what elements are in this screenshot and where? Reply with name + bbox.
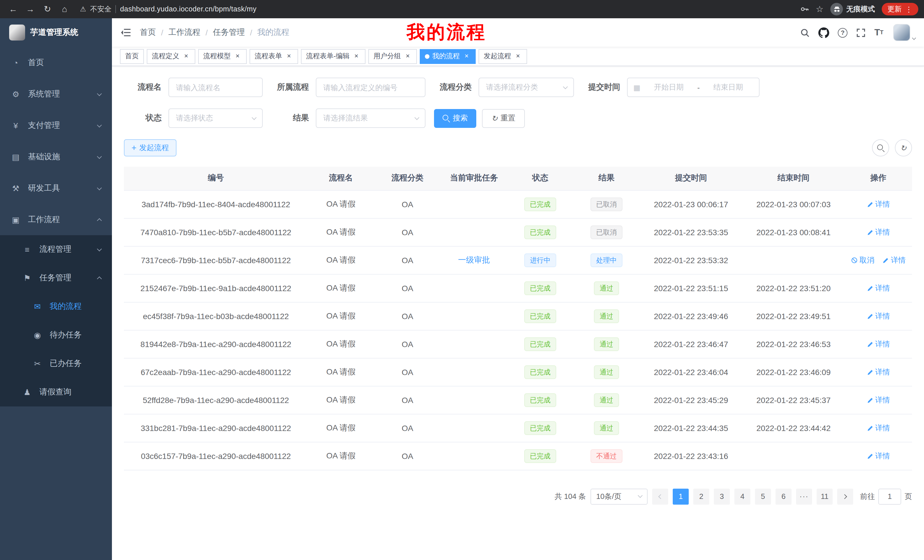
goto-page-input[interactable] xyxy=(878,488,901,505)
forward-icon[interactable]: → xyxy=(23,2,38,16)
home-icon[interactable]: ⌂ xyxy=(57,2,72,16)
close-icon[interactable] xyxy=(285,52,293,60)
github-icon[interactable] xyxy=(818,27,829,38)
end-date-placeholder[interactable]: 结束日期 xyxy=(703,82,753,93)
avatar[interactable] xyxy=(893,24,910,41)
fullscreen-icon[interactable] xyxy=(856,28,866,37)
detail-link[interactable]: 详情 xyxy=(867,227,890,237)
address-bar[interactable]: 不安全 dashboard.yudao.iocoder.cn/bpm/task/… xyxy=(80,2,792,16)
column-header: 流程名 xyxy=(308,167,374,190)
close-icon[interactable] xyxy=(234,52,242,60)
start-date-placeholder[interactable]: 开始日期 xyxy=(644,82,694,93)
sidebar-menu-item[interactable]: ✂ 已办任务 xyxy=(0,349,112,378)
result-select[interactable]: 请选择流结果 xyxy=(316,108,426,128)
update-button[interactable]: 更新 xyxy=(882,3,918,15)
filter-category: 流程分类 请选择流程分类 xyxy=(434,78,574,97)
bookmark-star-icon[interactable] xyxy=(816,4,824,14)
back-icon[interactable]: ← xyxy=(6,2,21,16)
detail-link[interactable]: 详情 xyxy=(867,451,890,461)
detail-link[interactable]: 详情 xyxy=(867,199,890,209)
sidebar-menu-item[interactable]: ⚒ 研发工具 xyxy=(0,172,112,204)
page-number-button[interactable]: 2 xyxy=(693,488,709,505)
view-tab[interactable]: 我的流程 xyxy=(420,49,476,64)
process-name-input[interactable] xyxy=(168,78,263,97)
user-menu[interactable] xyxy=(893,24,915,41)
view-tab[interactable]: 首页 xyxy=(120,49,144,64)
infrastructure-icon: ▤ xyxy=(11,152,21,161)
page-number-button[interactable]: 6 xyxy=(776,488,792,505)
submit-time: 2022-01-22 23:43:16 xyxy=(654,451,728,460)
menu-kebab-icon[interactable] xyxy=(905,5,913,13)
view-tab[interactable]: 流程表单-编辑 xyxy=(301,49,366,64)
detail-link[interactable]: 详情 xyxy=(867,283,890,293)
reload-icon[interactable]: ↻ xyxy=(40,2,55,16)
close-icon[interactable] xyxy=(182,52,190,60)
cancel-link[interactable]: 取消 xyxy=(851,255,874,265)
key-icon[interactable] xyxy=(800,4,809,14)
column-header: 流程分类 xyxy=(374,167,441,190)
close-icon[interactable] xyxy=(514,52,522,60)
search-icon[interactable] xyxy=(800,28,810,37)
detail-link[interactable]: 详情 xyxy=(882,255,906,265)
sidebar-menu-item[interactable]: ▣ 工作流程 xyxy=(0,204,112,235)
page-number-button[interactable]: 5 xyxy=(755,488,771,505)
sidebar-menu-item[interactable]: ◔ 首页 xyxy=(0,47,112,78)
detail-link[interactable]: 详情 xyxy=(867,339,890,349)
sidebar-menu-item[interactable]: ⚙ 系统管理 xyxy=(0,78,112,109)
close-icon[interactable] xyxy=(463,52,471,60)
refresh-icon xyxy=(491,114,498,123)
toggle-search-button[interactable] xyxy=(872,139,889,156)
sidebar-menu-item[interactable]: ⚑ 任务管理 xyxy=(0,264,112,292)
view-tab[interactable]: 流程模型 xyxy=(198,49,247,64)
sidebar-menu-item[interactable]: ≡ 流程管理 xyxy=(0,235,112,264)
breadcrumb-item[interactable]: 工作流程/ xyxy=(168,27,213,38)
process-id: 67c2eaab-7b9a-11ec-a290-acde48001122 xyxy=(141,367,291,376)
status-select[interactable]: 请选择状态 xyxy=(168,108,263,128)
font-size-icon[interactable]: TT xyxy=(874,28,884,37)
sidebar-menu-item[interactable]: ✉ 我的流程 xyxy=(0,292,112,321)
sidebar-menu-item[interactable]: ♟ 请假查询 xyxy=(0,378,112,406)
detail-link[interactable]: 详情 xyxy=(867,367,890,377)
create-process-button[interactable]: 发起流程 xyxy=(124,139,177,156)
table-body: 3ad174fb-7b9d-11ec-8404-acde48001122 OA … xyxy=(124,190,912,470)
breadcrumb-item[interactable]: 首页/ xyxy=(140,27,168,38)
status-badge: 已完成 xyxy=(524,365,556,379)
process-def-input[interactable] xyxy=(316,78,426,97)
page-size-select[interactable]: 10条/页 xyxy=(591,488,648,505)
detail-link[interactable]: 详情 xyxy=(867,395,890,405)
next-page-button[interactable] xyxy=(837,488,853,505)
date-range-picker[interactable]: 开始日期 - 结束日期 xyxy=(627,78,759,97)
page-number-button[interactable]: ··· xyxy=(796,488,812,505)
view-tab[interactable]: 流程定义 xyxy=(147,49,195,64)
hamburger-fold-icon[interactable] xyxy=(120,27,131,38)
page-number-button[interactable]: 3 xyxy=(714,488,730,505)
category-select[interactable]: 请选择流程分类 xyxy=(478,78,574,97)
search-button[interactable]: 搜索 xyxy=(434,109,476,127)
process-name: OA 请假 xyxy=(326,395,356,404)
breadcrumb-item[interactable]: 我的流程 xyxy=(257,27,289,38)
view-tab[interactable]: 流程表单 xyxy=(249,49,298,64)
refresh-table-button[interactable] xyxy=(895,139,912,156)
page-number-button[interactable]: 4 xyxy=(734,488,750,505)
close-icon[interactable] xyxy=(352,52,360,60)
filter-result: 结果 请选择流结果 xyxy=(271,108,426,128)
process-name: OA 请假 xyxy=(326,367,356,376)
current-task-link[interactable]: 一级审批 xyxy=(458,255,490,264)
process-id: 7317cec6-7b9b-11ec-b5b7-acde48001122 xyxy=(141,256,291,265)
breadcrumb-item[interactable]: 任务管理/ xyxy=(213,27,258,38)
page-number-button[interactable]: 1 xyxy=(673,488,689,505)
detail-link[interactable]: 详情 xyxy=(867,423,890,433)
reset-button[interactable]: 重置 xyxy=(482,109,525,127)
help-icon[interactable]: ? xyxy=(838,28,848,37)
view-tab[interactable]: 用户分组 xyxy=(368,49,417,64)
result-badge: 通过 xyxy=(594,281,619,295)
sidebar-menu-item[interactable]: ▤ 基础设施 xyxy=(0,141,112,172)
page-number-button[interactable]: 11 xyxy=(817,488,832,505)
detail-link[interactable]: 详情 xyxy=(867,311,890,321)
sidebar-menu-item[interactable]: ¥ 支付管理 xyxy=(0,109,112,141)
process-category: OA xyxy=(402,339,413,349)
prev-page-button[interactable] xyxy=(652,488,668,505)
sidebar-menu-item[interactable]: ◉ 待办任务 xyxy=(0,321,112,349)
view-tab[interactable]: 发起流程 xyxy=(478,49,527,64)
close-icon[interactable] xyxy=(404,52,412,60)
